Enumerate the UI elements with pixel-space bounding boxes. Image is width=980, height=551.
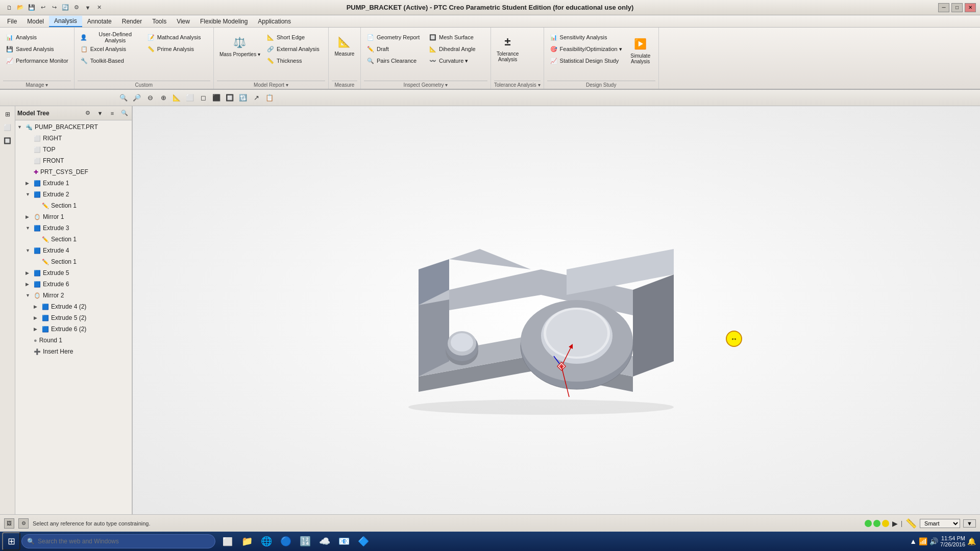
tree-expand-extrude6[interactable]: ▶ [26,282,33,287]
detail-tree-btn[interactable]: 🔲 [2,135,14,147]
taskbar-clock[interactable]: 11:54 PM 7/26/2016 [940,535,965,547]
tree-item-mirror2[interactable]: ▼ 🪞 Mirror 2 [15,290,132,301]
tolerance-analysis-btn[interactable]: ± ToleranceAnalysis [494,32,521,67]
status-arrow-btn[interactable]: ▶ [892,519,898,528]
mathcad-analysis-btn[interactable]: 📝 Mathcad Analysis [144,32,210,43]
tree-item-extrude4-2[interactable]: ▶ 🟦 Extrude 4 (2) [15,301,132,312]
measure-btn[interactable]: 📐 Measure [332,32,357,67]
external-analysis-btn[interactable]: 🔗 External Analysis [264,43,325,55]
zoom-out-btn[interactable]: 🔎 [131,92,143,104]
view-front-btn[interactable]: 📐 [170,92,183,104]
notifications-icon[interactable]: 🔔 [967,537,976,545]
tree-expand-mirror1[interactable]: ▶ [26,214,33,219]
task-view-btn[interactable]: ⬜ [218,532,237,550]
tree-search-btn[interactable]: 🔍 [119,108,130,118]
minimize-btn[interactable]: ─ [938,3,949,12]
taskbar-search[interactable]: 🔍 [21,534,215,548]
simulate-analysis-btn[interactable]: ▶️ SimulateAnalysis [628,34,653,66]
qa-regen-btn[interactable]: 🔄 [60,3,70,13]
filter-select[interactable]: Smart Geometry Datum Feature [920,519,960,528]
qa-redo-btn[interactable]: ↪ [49,3,59,13]
tree-item-extrude6[interactable]: ▶ 🟦 Extrude 6 [15,279,132,290]
user-defined-analysis-btn[interactable]: 👤 User-Defined Analysis [78,32,143,43]
tree-expand-extrude5[interactable]: ▶ [26,270,33,276]
network-icon[interactable]: 📶 [919,537,927,545]
geometry-report-btn[interactable]: 📄 Geometry Report [364,32,425,43]
start-button[interactable]: ⊞ [2,532,20,550]
tree-item-insert-here[interactable]: ▶ ➕ Insert Here [15,346,132,357]
tree-item-extrude3[interactable]: ▼ 🟦 Extrude 3 [15,222,132,234]
qa-extra-btn[interactable]: ✕ [94,3,104,13]
status-icon-2[interactable]: ⚙ [18,518,29,529]
view-left-btn[interactable]: 🔲 [224,92,236,104]
toolkit-based-btn[interactable]: 🔧 Toolkit-Based [78,55,143,66]
excel-analysis-btn[interactable]: 📋 Excel Analysis [78,43,143,55]
menu-annotate[interactable]: Annotate [82,16,117,27]
menu-analysis[interactable]: Analysis [49,16,82,27]
tree-expand-mirror2[interactable]: ▼ [26,293,33,298]
edge-taskbar-btn[interactable]: 🌐 [257,532,276,550]
qa-settings-btn[interactable]: ⚙ [71,3,82,13]
tree-item-pump-bracket[interactable]: ▼ 🔩 PUMP_BRACKET.PRT [15,121,132,133]
tree-item-round1[interactable]: ▶ ● Round 1 [15,335,132,346]
creo-taskbar-btn[interactable]: 🔷 [354,532,373,550]
tree-expand-extrude2[interactable]: ▼ [26,192,33,197]
layer-tree-btn[interactable]: ⬜ [2,121,14,134]
saved-analysis-btn[interactable]: 💾 Saved Analysis [3,43,71,55]
menu-applications[interactable]: Applications [253,16,296,27]
tree-item-section1b[interactable]: ▶ ✏️ Section 1 [15,234,132,245]
pairs-clearance-btn[interactable]: 🔍 Pairs Clearance [364,55,425,66]
onedrive-taskbar-btn[interactable]: ☁️ [315,532,334,550]
mesh-surface-btn[interactable]: 🔲 Mesh Surface [426,32,487,43]
mass-properties-btn[interactable]: ⚖️ Mass Properties ▾ [217,32,263,60]
inspect-geometry-label[interactable]: Inspect Geometry ▾ [364,81,487,89]
manage-section-label[interactable]: Manage ▾ [3,81,71,89]
view-iso-btn[interactable]: ↗ [250,92,262,104]
tree-item-prt-csys[interactable]: ▶ ✚ PRT_CSYS_DEF [15,166,132,178]
tree-expand-extrude4[interactable]: ▼ [26,248,33,253]
qa-more-btn[interactable]: ▼ [83,3,93,13]
tree-expand-extrude6-2[interactable]: ▶ [34,327,41,332]
menu-model[interactable]: Model [22,16,49,27]
tree-item-extrude6-2[interactable]: ▶ 🟦 Extrude 6 (2) [15,323,132,335]
menu-file[interactable]: File [2,16,22,27]
tree-filter-btn[interactable]: ≡ [107,108,117,118]
tolerance-section-label[interactable]: Tolerance Analysis ▾ [494,81,541,89]
model-report-label[interactable]: Model Report ▾ [217,81,325,89]
measure-section-label[interactable]: Measure [332,81,357,89]
tree-item-front[interactable]: ▶ ⬜ FRONT [15,155,132,166]
qa-open-btn[interactable]: 📂 [15,3,26,13]
zoom-area-btn[interactable]: ⊕ [157,92,169,104]
tree-item-section1c[interactable]: ▶ ✏️ Section 1 [15,256,132,267]
short-edge-btn[interactable]: 📐 Short Edge [264,32,325,43]
tree-item-extrude1[interactable]: ▶ 🟦 Extrude 1 [15,178,132,189]
menu-view[interactable]: View [172,16,195,27]
draft-btn[interactable]: ✏️ Draft [364,43,425,55]
performance-monitor-btn[interactable]: 📈 Performance Monitor [3,55,71,66]
mail-taskbar-btn[interactable]: 📧 [335,532,353,550]
chrome-taskbar-btn[interactable]: 🔵 [277,532,295,550]
view-right-btn[interactable]: 🔃 [237,92,249,104]
view-named-btn[interactable]: 📋 [263,92,276,104]
custom-section-label[interactable]: Custom [78,81,210,89]
status-measurement-icon[interactable]: 📏 [905,518,917,529]
qa-save-btn[interactable]: 💾 [27,3,37,13]
curvature-btn[interactable]: 〰️ Curvature ▾ [426,55,487,66]
analysis-btn[interactable]: 📊 Analysis [3,32,71,43]
tree-expand-btn[interactable]: ▼ [95,108,105,118]
view-bottom-btn[interactable]: ⬛ [210,92,223,104]
zoom-in-btn[interactable]: 🔍 [117,92,130,104]
tree-item-extrude4[interactable]: ▼ 🟦 Extrude 4 [15,245,132,256]
tree-item-extrude5[interactable]: ▶ 🟦 Extrude 5 [15,267,132,279]
tree-expand-extrude5-2[interactable]: ▶ [34,315,41,320]
status-icon-1[interactable]: 🖼 [4,518,14,529]
tree-item-extrude5-2[interactable]: ▶ 🟦 Extrude 5 (2) [15,312,132,323]
menu-render[interactable]: Render [117,16,147,27]
tree-item-right[interactable]: ▶ ⬜ RIGHT [15,133,132,144]
qa-undo-btn[interactable]: ↩ [38,3,48,13]
tree-settings-btn[interactable]: ⚙ [83,108,93,118]
tree-expand-extrude3[interactable]: ▼ [26,226,33,231]
prime-analysis-btn[interactable]: 📏 Prime Analysis [144,43,210,55]
view-top-btn[interactable]: ◻ [197,92,209,104]
menu-tools[interactable]: Tools [147,16,172,27]
